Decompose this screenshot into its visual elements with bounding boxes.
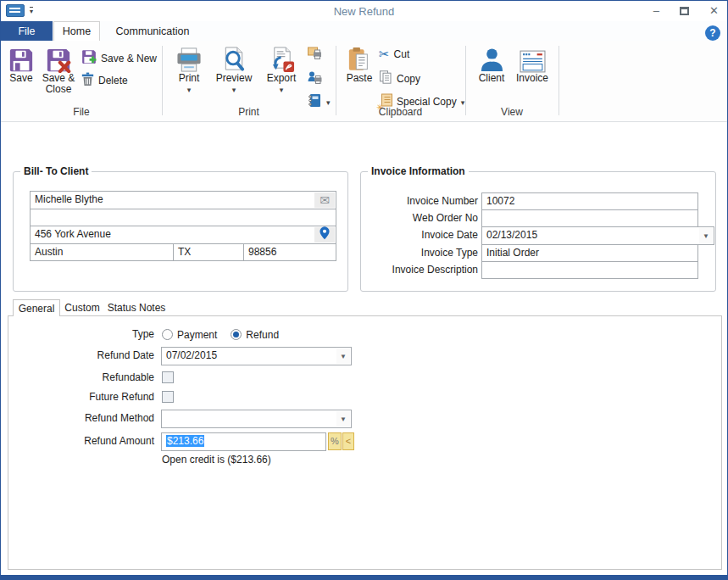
help-button[interactable]: ? bbox=[705, 25, 720, 41]
preview-button[interactable]: Preview bbox=[212, 44, 256, 95]
envelope-icon: ✉ bbox=[320, 194, 330, 207]
invoice-date-combo[interactable]: 02/13/2015 ▼ bbox=[481, 226, 714, 245]
invoice-type-field[interactable]: Initial Order bbox=[481, 244, 698, 262]
ribbon: Save Save & Close Save & New Delete File bbox=[1, 41, 727, 122]
minimize-button[interactable]: – bbox=[653, 3, 659, 20]
print-label-button[interactable] bbox=[308, 47, 322, 64]
delete-icon bbox=[81, 72, 94, 89]
invoice-number-label: Invoice Number bbox=[361, 192, 478, 210]
save-and-new-button[interactable]: Save & New bbox=[81, 49, 157, 67]
refund-amount-field[interactable]: $213.66 bbox=[161, 432, 326, 451]
invoice-information-group: Invoice Information Invoice Number 10072… bbox=[360, 171, 716, 292]
refund-date-combo[interactable]: 07/02/2015 ▼ bbox=[161, 347, 352, 365]
payment-radio-icon bbox=[162, 329, 173, 340]
future-refund-label: Future Refund bbox=[8, 388, 154, 406]
export-icon bbox=[268, 44, 296, 73]
web-order-no-field[interactable] bbox=[481, 209, 698, 227]
open-credit-note: Open credit is ($213.66) bbox=[162, 454, 271, 466]
state-field[interactable]: TX bbox=[173, 243, 244, 261]
refundable-checkbox[interactable] bbox=[162, 371, 174, 383]
client-label: Client bbox=[479, 73, 505, 84]
future-refund-checkbox[interactable] bbox=[162, 391, 174, 403]
tab-file[interactable]: File bbox=[1, 21, 53, 41]
invoice-date-label: Invoice Date bbox=[361, 226, 478, 244]
type-label: Type bbox=[8, 326, 154, 343]
print-icon bbox=[175, 44, 203, 73]
invoice-date-dropdown-icon[interactable]: ▼ bbox=[699, 228, 713, 243]
tab-communication[interactable]: Communication bbox=[102, 21, 203, 41]
new-refund-window: ▾ New Refund – ✕ File Home Communication… bbox=[0, 0, 728, 580]
tab-status-notes[interactable]: Status Notes bbox=[104, 299, 169, 316]
refund-radio[interactable]: Refund bbox=[231, 329, 279, 341]
decrease-amount-button[interactable]: < bbox=[342, 432, 354, 450]
preview-dropdown-icon[interactable] bbox=[232, 84, 236, 95]
client-name-field[interactable]: Michelle Blythe ✉ bbox=[30, 191, 336, 209]
email-button[interactable]: ✉ bbox=[314, 192, 335, 208]
refund-date-dropdown-icon[interactable]: ▼ bbox=[336, 349, 350, 364]
maximize-button[interactable] bbox=[680, 7, 689, 15]
zip-field[interactable]: 98856 bbox=[243, 243, 336, 261]
close-button[interactable]: ✕ bbox=[709, 3, 719, 20]
ribbon-tab-row: File Home Communication bbox=[1, 21, 727, 41]
print-button[interactable]: Print bbox=[169, 44, 208, 95]
export-label: Export bbox=[267, 73, 297, 84]
view-group-label: View bbox=[465, 106, 559, 118]
invoice-label: Invoice bbox=[516, 73, 548, 84]
save-button[interactable]: Save bbox=[4, 44, 38, 84]
window-title: New Refund bbox=[1, 5, 727, 18]
print-group-label: Print bbox=[162, 106, 336, 118]
tab-home[interactable]: Home bbox=[53, 21, 100, 41]
print-client-icon bbox=[308, 70, 322, 87]
address-line2-field[interactable] bbox=[30, 209, 336, 226]
copy-icon bbox=[379, 70, 392, 86]
tab-general[interactable]: General bbox=[13, 299, 60, 316]
print-label: Print bbox=[179, 73, 200, 84]
city-field[interactable]: Austin bbox=[30, 243, 174, 261]
street-field[interactable]: 456 York Avenue bbox=[30, 226, 336, 244]
print-client-button[interactable] bbox=[308, 70, 322, 87]
form-content: Bill- To Client Michelle Blythe ✉ 456 Yo… bbox=[1, 122, 727, 577]
print-label-icon bbox=[308, 47, 322, 64]
copy-label: Copy bbox=[397, 73, 420, 85]
paste-button[interactable]: Paste bbox=[342, 44, 377, 84]
refund-radio-label: Refund bbox=[246, 329, 279, 341]
payment-radio[interactable]: Payment bbox=[162, 329, 217, 341]
print-dropdown-icon[interactable] bbox=[187, 84, 192, 95]
titlebar: ▾ New Refund – ✕ bbox=[1, 1, 727, 21]
cut-label: Cut bbox=[394, 48, 410, 60]
preview-label: Preview bbox=[216, 73, 253, 84]
web-order-no-label: Web Order No bbox=[361, 209, 478, 227]
clipboard-group-label: Clipboard bbox=[336, 106, 465, 118]
invoice-information-legend: Invoice Information bbox=[368, 165, 469, 177]
copy-button[interactable]: Copy bbox=[379, 70, 420, 86]
delete-label: Delete bbox=[98, 75, 128, 86]
preview-icon bbox=[221, 44, 247, 73]
window-controls: – ✕ bbox=[653, 3, 719, 20]
paste-label: Paste bbox=[347, 73, 373, 84]
paste-icon bbox=[347, 44, 371, 73]
save-close-label: Save & Close bbox=[38, 73, 79, 95]
percent-button[interactable]: % bbox=[328, 432, 342, 450]
export-button[interactable]: Export bbox=[260, 44, 303, 95]
tab-custom[interactable]: Custom bbox=[62, 299, 103, 316]
save-close-icon bbox=[46, 44, 71, 73]
refund-amount-label: Refund Amount bbox=[8, 432, 154, 450]
refundable-label: Refundable bbox=[8, 369, 154, 387]
invoice-icon bbox=[520, 44, 546, 73]
invoice-button[interactable]: Invoice bbox=[512, 44, 553, 84]
invoice-description-label: Invoice Description bbox=[361, 261, 478, 279]
cut-icon: ✂ bbox=[379, 47, 390, 60]
save-and-close-button[interactable]: Save & Close bbox=[38, 44, 79, 95]
save-label: Save bbox=[9, 73, 32, 84]
invoice-type-label: Invoice Type bbox=[361, 244, 478, 262]
refund-method-combo[interactable]: ▼ bbox=[161, 410, 352, 428]
client-button[interactable]: Client bbox=[473, 44, 510, 84]
map-button[interactable] bbox=[314, 227, 335, 243]
delete-button[interactable]: Delete bbox=[81, 72, 128, 89]
cut-button[interactable]: ✂ Cut bbox=[379, 47, 409, 60]
invoice-number-field[interactable]: 10072 bbox=[481, 192, 698, 210]
refund-method-dropdown-icon[interactable]: ▼ bbox=[336, 411, 350, 427]
export-dropdown-icon[interactable] bbox=[280, 84, 284, 95]
invoice-description-field[interactable] bbox=[481, 261, 698, 279]
client-icon bbox=[479, 44, 505, 73]
